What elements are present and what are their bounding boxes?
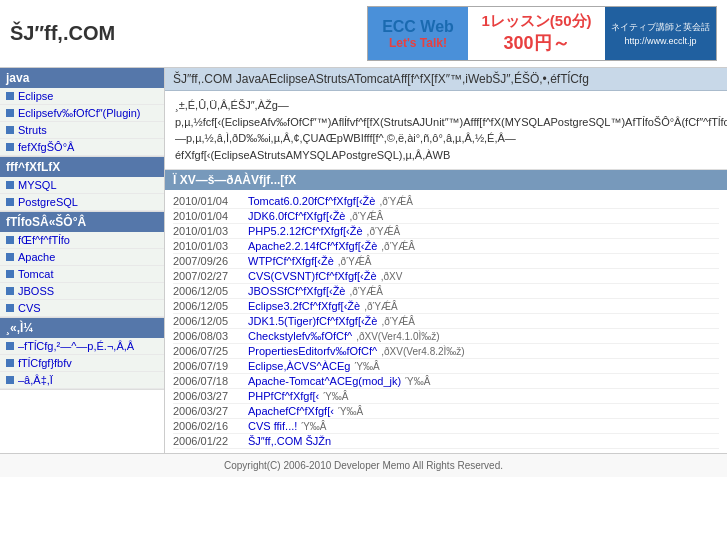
- sidebar-item[interactable]: PostgreSQL: [0, 194, 164, 211]
- update-badge: ,ðΎǼÂ: [364, 301, 398, 312]
- footer-text: Copyright(C) 2006-2010 Developer Memo Al…: [224, 460, 503, 471]
- sidebar-item-link[interactable]: Struts: [18, 124, 47, 136]
- sidebar-item-icon: [6, 270, 14, 278]
- sidebar-item-link[interactable]: Apache: [18, 251, 55, 263]
- update-date: 2010/01/04: [173, 195, 248, 207]
- banner-native: ネイティブ講師と英会話: [611, 21, 710, 34]
- update-link[interactable]: JBOSSfCf^fXfgf[‹Žè: [248, 285, 345, 297]
- sidebar-item[interactable]: –fTĺCfg,²—^—p,É.¬,Â,Â: [0, 338, 164, 355]
- sidebar-item-icon: [6, 92, 14, 100]
- sidebar-item-icon: [6, 342, 14, 350]
- sidebar-item-link[interactable]: fŒf^f^fTĺfo: [18, 234, 70, 246]
- update-date: 2006/07/25: [173, 345, 248, 357]
- update-link[interactable]: CVS ffif...!: [248, 420, 297, 432]
- update-row: 2006/01/22 ŠJ″ff,.COM ŠJŽn: [173, 434, 719, 449]
- content-desc: ¸±,É,Û,Ü,Â,ÉŠJ″,ÀŽg—p,µ,½fcf[‹(EclipseAf…: [165, 91, 727, 170]
- sidebar-item-icon: [6, 376, 14, 384]
- sidebar-item[interactable]: fTĺCfgf}fbfv: [0, 355, 164, 372]
- update-badge: Ύ‰Â: [405, 376, 430, 387]
- sidebar-item-icon: [6, 236, 14, 244]
- update-link[interactable]: JDK1.5(Tiger)fCf^fXfgf[‹Žè: [248, 315, 377, 327]
- banner-center: 1レッスン(50分) 300円～: [468, 7, 605, 60]
- update-date: 2006/07/18: [173, 375, 248, 387]
- update-link[interactable]: JDK6.0fCf^fXfgf[‹Žè: [248, 210, 345, 222]
- update-badge: Ύ‰Â: [354, 361, 379, 372]
- sidebar-item-icon: [6, 198, 14, 206]
- sidebar-item[interactable]: CVS: [0, 300, 164, 317]
- update-badge: ,ðΎǼÂ: [379, 196, 413, 207]
- update-date: 2007/09/26: [173, 255, 248, 267]
- update-row: 2007/09/26 WTPfCf^fXfgf[‹Žè ,ðΎǼÂ: [173, 254, 719, 269]
- update-date: 2006/01/22: [173, 435, 248, 447]
- sidebar-item[interactable]: –â,Â‡,Ï: [0, 372, 164, 389]
- update-link[interactable]: PHPfCf^fXfgf[‹: [248, 390, 319, 402]
- sidebar-item[interactable]: fefXfgŠÔ°Â: [0, 139, 164, 156]
- banner[interactable]: ECC Web Let's Talk! 1レッスン(50分) 300円～ ネイテ…: [367, 6, 717, 61]
- update-link[interactable]: WTPfCf^fXfgf[‹Žè: [248, 255, 334, 267]
- update-date: 2006/12/05: [173, 285, 248, 297]
- update-link[interactable]: Tomcat6.0.20fCf^fXfgf[‹Žè: [248, 195, 375, 207]
- sidebar-item-link[interactable]: JBOSS: [18, 285, 54, 297]
- sidebar-item[interactable]: Apache: [0, 249, 164, 266]
- site-title: ŠJ″ff,.COM: [10, 22, 367, 45]
- update-row: 2006/12/05 JBOSSfCf^fXfgf[‹Žè ,ðΎǼÂ: [173, 284, 719, 299]
- update-badge: ,ðΎǼÂ: [349, 286, 383, 297]
- sidebar-item[interactable]: Eclipse: [0, 88, 164, 105]
- update-badge: ,ðΎǼÂ: [338, 256, 372, 267]
- update-date: 2006/03/27: [173, 390, 248, 402]
- sidebar-item-link[interactable]: Eclipse: [18, 90, 53, 102]
- update-badge: ,ðΎǼÂ: [381, 241, 415, 252]
- update-link[interactable]: CVS(CVSNT)fCf^fXfgf[‹Žè: [248, 270, 377, 282]
- sidebar-item[interactable]: Tomcat: [0, 266, 164, 283]
- update-row: 2006/08/03 Checkstylefv‰fOfCf^ ,ðXV(Ver4…: [173, 329, 719, 344]
- update-link[interactable]: ApachefCf^fXfgf[‹: [248, 405, 334, 417]
- update-link[interactable]: PHP5.2.12fCf^fXfgf[‹Žè: [248, 225, 363, 237]
- sidebar-item[interactable]: JBOSS: [0, 283, 164, 300]
- sidebar-item-link[interactable]: fefXfgŠÔ°Â: [18, 141, 74, 153]
- update-link[interactable]: PropertiesEditorfv‰fOfCf^: [248, 345, 377, 357]
- sidebar-item-link[interactable]: Tomcat: [18, 268, 53, 280]
- banner-talk: Let's Talk!: [382, 36, 454, 50]
- update-link[interactable]: Apache2.2.14fCf^fXfgf[‹Žè: [248, 240, 377, 252]
- updates-header: Ï XV—š—ðAÀVfjf...[fX: [165, 170, 727, 190]
- banner-lesson: 1レッスン(50分): [481, 12, 591, 31]
- sidebar-item-link[interactable]: fTĺCfgf}fbfv: [18, 357, 72, 369]
- update-badge: ,ðXV(Ver4.8.2Ì‰ž): [381, 346, 464, 357]
- sidebar-item[interactable]: Struts: [0, 122, 164, 139]
- update-link[interactable]: Apache-Tomcat^ACEg(mod_jk): [248, 375, 401, 387]
- sidebar-item[interactable]: MYSQL: [0, 177, 164, 194]
- update-row: 2006/07/19 Eclipse,ÀCVS^ÀCEg Ύ‰Â: [173, 359, 719, 374]
- sidebar-item-link[interactable]: MYSQL: [18, 179, 57, 191]
- sidebar-section-title: fTĺfoSÂ«ŠÔ°Â: [0, 212, 164, 232]
- update-badge: ,ðΎǼÂ: [367, 226, 401, 237]
- update-badge: ,ðXV(Ver4.1.0Ì‰ž): [356, 331, 439, 342]
- update-link[interactable]: Eclipse3.2fCf^fXfgf[‹Žè: [248, 300, 360, 312]
- sidebar-item[interactable]: fŒf^f^fTĺfo: [0, 232, 164, 249]
- update-row: 2006/12/05 JDK1.5(Tiger)fCf^fXfgf[‹Žè ,ð…: [173, 314, 719, 329]
- sidebar-item-icon: [6, 253, 14, 261]
- sidebar-item-link[interactable]: Eclipsefv‰fOfCf″(Plugin): [18, 107, 140, 119]
- update-date: 2006/12/05: [173, 315, 248, 327]
- sidebar-item-link[interactable]: –fTĺCfg,²—^—p,É.¬,Â,Â: [18, 340, 134, 352]
- sidebar-item-icon: [6, 304, 14, 312]
- update-row: 2006/12/05 Eclipse3.2fCf^fXfgf[‹Žè ,ðΎǼÂ: [173, 299, 719, 314]
- update-date: 2006/08/03: [173, 330, 248, 342]
- sidebar-item-link[interactable]: CVS: [18, 302, 41, 314]
- update-date: 2006/02/16: [173, 420, 248, 432]
- sidebar-item-link[interactable]: –â,Â‡,Ï: [18, 374, 53, 386]
- update-link[interactable]: ŠJ″ff,.COM ŠJŽn: [248, 435, 331, 447]
- update-link[interactable]: Eclipse,ÀCVS^ÀCEg: [248, 360, 350, 372]
- sidebar-section-title: fff^fXfLfX: [0, 157, 164, 177]
- sidebar-section-title: ¸«,Ì¼: [0, 318, 164, 338]
- sidebar-item-icon: [6, 143, 14, 151]
- main-layout: javaEclipseEclipsefv‰fOfCf″(Plugin)Strut…: [0, 68, 727, 453]
- sidebar-item[interactable]: Eclipsefv‰fOfCf″(Plugin): [0, 105, 164, 122]
- sidebar-section-title: java: [0, 68, 164, 88]
- banner-url: http://www.ecclt.jp: [624, 36, 696, 46]
- update-row: 2006/03/27 PHPfCf^fXfgf[‹ Ύ‰Â: [173, 389, 719, 404]
- update-badge: ,ðXV: [381, 271, 403, 282]
- update-row: 2007/02/27 CVS(CVSNT)fCf^fXfgf[‹Žè ,ðXV: [173, 269, 719, 284]
- update-date: 2007/02/27: [173, 270, 248, 282]
- sidebar-item-link[interactable]: PostgreSQL: [18, 196, 78, 208]
- update-link[interactable]: Checkstylefv‰fOfCf^: [248, 330, 352, 342]
